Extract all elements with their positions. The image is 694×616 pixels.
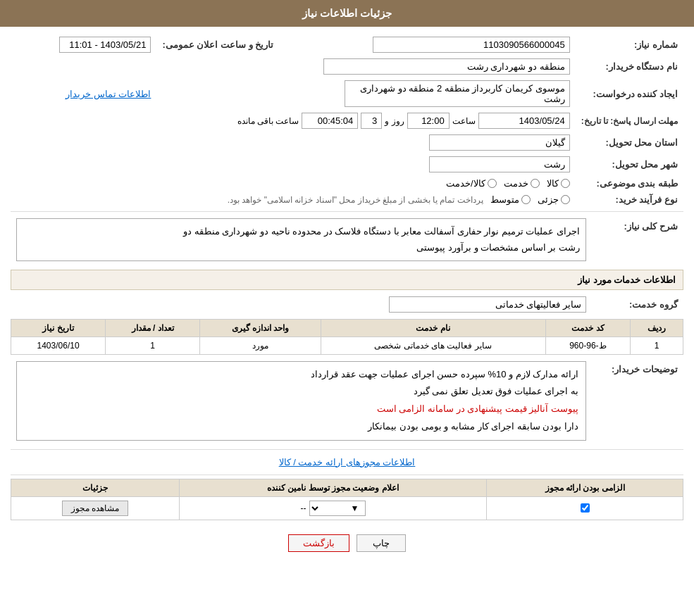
category-service-item: خدمت [504, 178, 540, 189]
permit-col-status: اعلام وضعیت مجوز توسط نامین کننده [179, 479, 487, 496]
category-service-radio[interactable] [531, 179, 540, 188]
permit-details-cell: مشاهده مجوز [11, 496, 180, 520]
buyer-system-field: منطقه دو شهرداری رشت [323, 58, 570, 75]
service-group-table: گروه خدمت: سایر فعالیتهای خدماتی [11, 294, 683, 315]
col-code: کد خدمت [545, 319, 631, 337]
service-group-field: سایر فعالیتهای خدماتی [389, 296, 586, 313]
cell-date: 1403/06/10 [11, 337, 106, 354]
category-service-label: خدمت [504, 178, 528, 189]
need-number-field: 1103090566000045 [373, 37, 570, 53]
cell-quantity: 1 [106, 337, 200, 354]
deadline-remaining-label: ساعت باقی مانده [237, 116, 299, 126]
services-header-row: ردیف کد خدمت نام خدمت واحد اندازه گیری ت… [11, 319, 683, 337]
purchase-medium-label: متوسط [490, 194, 519, 205]
permit-header-row: الزامی بودن ارائه مجوز اعلام وضعیت مجوز … [11, 479, 683, 496]
creator-label: ایجاد کننده درخواست: [576, 77, 683, 110]
announce-label: تاریخ و ساعت اعلان عمومی: [156, 34, 279, 56]
permit-status-cell: ▼ -- [179, 496, 487, 520]
deadline-row: مهلت ارسال پاسخ: تا تاریخ: 1403/05/24 سا… [11, 110, 683, 132]
province-label: استان محل تحویل: [576, 132, 683, 153]
purchase-partial-label: جزئی [538, 194, 559, 205]
category-goods-item: کالا [547, 178, 570, 189]
creator-contact-link[interactable]: اطلاعات تماس خریدار [66, 89, 151, 99]
need-number-row: شماره نیاز: 1103090566000045 تاریخ و ساع… [11, 34, 683, 56]
permit-section-link[interactable]: اطلاعات مجوزهای ارائه خدمت / کالا [11, 453, 683, 471]
info-table: شماره نیاز: 1103090566000045 تاریخ و ساع… [11, 34, 683, 208]
purchase-type-row: نوع فرآیند خرید: جزئی متوسط پرداخت ت [11, 191, 683, 208]
cell-unit: مورد [200, 337, 321, 354]
deadline-remaining-field: 00:45:04 [302, 113, 358, 129]
permit-status-value: -- [301, 503, 306, 513]
description-line1: اجرای عملیات ترمیم نوار حفاری آسفالت معا… [23, 223, 580, 239]
cell-name: سایر فعالیت های خدماتی شخصی [321, 337, 545, 354]
category-goods-service-item: کالا/خدمت [446, 178, 497, 189]
creator-link-cell: اطلاعات تماس خریدار [11, 77, 156, 110]
page-title: جزئیات اطلاعات نیاز [302, 7, 392, 19]
category-goods-radio[interactable] [561, 179, 570, 188]
province-row: استان محل تحویل: گیلان [11, 132, 683, 153]
services-section-header: اطلاعات خدمات مورد نیاز [11, 270, 683, 290]
back-button[interactable]: بازگشت [288, 534, 349, 552]
buyer-system-label: نام دستگاه خریدار: [576, 56, 683, 77]
purchase-type-options: جزئی متوسط پرداخت تمام یا بخشی از مبلغ خ… [11, 191, 576, 208]
main-content: شماره نیاز: 1103090566000045 تاریخ و ساع… [0, 27, 694, 570]
purchase-type-label: نوع فرآیند خرید: [576, 191, 683, 208]
action-buttons: چاپ بازگشت [11, 524, 683, 562]
col-date: تاریخ نیاز [11, 319, 106, 337]
description-value: اجرای عملیات ترمیم نوار حفاری آسفالت معا… [11, 215, 592, 264]
category-goods-service-radio[interactable] [488, 179, 497, 188]
table-row: ▼ -- مشاهده مجوز [11, 496, 683, 520]
purchase-medium-radio[interactable] [521, 195, 531, 204]
print-button[interactable]: چاپ [357, 534, 406, 552]
description-row: شرح کلی نیاز: اجرای عملیات ترمیم نوار حف… [11, 215, 683, 264]
table-row: 1 ط-96-960 سایر فعالیت های خدماتی شخصی م… [11, 337, 683, 354]
buyer-note-line1: ارائه مدارک لازم و 10% سپرده حسن اجرای ع… [24, 366, 578, 384]
buyer-system-row: نام دستگاه خریدار: منطقه دو شهرداری رشت [11, 56, 683, 77]
buyer-note-line2: به اجرای عملیات فوق تعدیل تعلق نمی گیرد [24, 383, 578, 401]
description-label: شرح کلی نیاز: [592, 215, 683, 264]
purchase-partial-radio[interactable] [561, 195, 570, 204]
permit-required-cell [487, 496, 683, 520]
service-group-value: سایر فعالیتهای خدماتی [11, 294, 592, 315]
category-options: کالا خدمت کالا/خدمت [11, 175, 576, 191]
deadline-time-label: ساعت [452, 116, 476, 126]
announce-value: 1403/05/21 - 11:01 [11, 34, 156, 56]
permit-required-check [492, 503, 677, 513]
permit-table-body: ▼ -- مشاهده مجوز [11, 496, 683, 520]
col-row: ردیف [631, 319, 683, 337]
permit-table: الزامی بودن ارائه مجوز اعلام وضعیت مجوز … [11, 479, 683, 520]
col-name: نام خدمت [321, 319, 545, 337]
services-table: ردیف کد خدمت نام خدمت واحد اندازه گیری ت… [11, 319, 683, 355]
city-row: شهر محل تحویل: رشت [11, 153, 683, 175]
deadline-days-label: روز و [385, 116, 404, 126]
view-permit-button[interactable]: مشاهده مجوز [62, 501, 128, 516]
purchase-partial-item: جزئی [538, 194, 570, 205]
need-number-label: شماره نیاز: [576, 34, 683, 56]
province-value: گیلان [11, 132, 576, 153]
service-group-row: گروه خدمت: سایر فعالیتهای خدماتی [11, 294, 683, 315]
deadline-time-field: 12:00 [407, 113, 450, 129]
category-goods-service-label: کالا/خدمت [446, 178, 485, 189]
buyer-note-line4: دارا بودن سابقه اجرای کار مشابه و بومی ب… [24, 418, 578, 436]
category-goods-label: کالا [547, 178, 559, 189]
buyer-notes-label: توضیحات خریدار: [592, 358, 683, 444]
permit-required-checkbox[interactable] [581, 503, 590, 513]
creator-row: ایجاد کننده درخواست: موسوی کریمان کاربرد… [11, 77, 683, 110]
services-table-head: ردیف کد خدمت نام خدمت واحد اندازه گیری ت… [11, 319, 683, 337]
description-line2: رشت بر اساس مشخصات و برآورد پیوستی [23, 239, 580, 256]
need-number-value: 1103090566000045 [279, 34, 575, 56]
permit-status-select[interactable]: ▼ [309, 501, 366, 516]
buyer-notes-box: ارائه مدارک لازم و 10% سپرده حسن اجرای ع… [16, 361, 586, 441]
buyer-system-value: منطقه دو شهرداری رشت [11, 56, 576, 77]
page-header: جزئیات اطلاعات نیاز [0, 0, 694, 27]
services-table-body: 1 ط-96-960 سایر فعالیت های خدماتی شخصی م… [11, 337, 683, 354]
cell-code: ط-96-960 [545, 337, 631, 354]
province-field: گیلان [429, 134, 570, 151]
city-field: رشت [429, 156, 570, 172]
purchase-medium-item: متوسط [490, 194, 531, 205]
buyer-notes-value: ارائه مدارک لازم و 10% سپرده حسن اجرای ع… [11, 358, 592, 444]
permit-col-details: جزئیات [11, 479, 180, 496]
creator-field: موسوی کریمان کاربرداز منطقه 2 منطقه دو ش… [345, 80, 570, 107]
deadline-value: 1403/05/24 ساعت 12:00 روز و 3 00:45:04 س… [11, 110, 576, 132]
permit-col-required: الزامی بودن ارائه مجوز [487, 479, 683, 496]
